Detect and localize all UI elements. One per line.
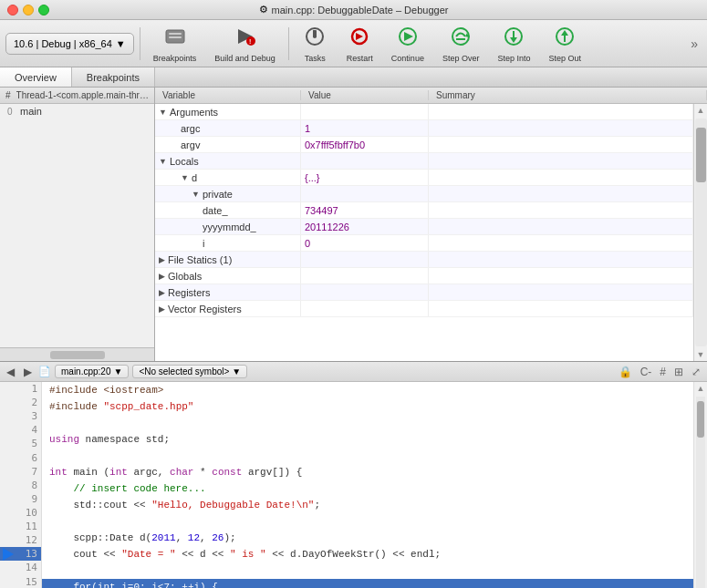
var-row-vectorregs[interactable]: ▶ Vector Registers	[155, 301, 693, 317]
variables-header: Variable Value Summary	[155, 88, 707, 104]
var-row-registers[interactable]: ▶ Registers	[155, 284, 693, 301]
disclosure-globals[interactable]: ▶	[159, 272, 165, 281]
grid-icon[interactable]: ⊞	[671, 365, 686, 379]
var-row-yyyymmdd[interactable]: yyyymmdd_ 20111226	[155, 219, 693, 235]
step-over-icon	[448, 25, 473, 53]
var-sum-locals	[429, 153, 693, 169]
code-line-8: std::cout << "Hello, Debuggable Date!\n"…	[42, 497, 693, 513]
variables-pane: Variable Value Summary ▼ Arguments argc	[155, 88, 707, 361]
code-line-3	[42, 415, 693, 431]
step-over-label: Step Over	[442, 55, 480, 63]
disclosure-d[interactable]: ▼	[181, 173, 189, 182]
breakpoints-icon	[162, 25, 188, 53]
gutter-row-9: 9	[0, 492, 41, 506]
code-line-7: // insert code here...	[42, 480, 693, 497]
gutter-row-8: 8	[0, 479, 41, 492]
var-val-d: {...}	[301, 170, 429, 185]
scrollbar-thumb[interactable]	[696, 128, 706, 182]
expand-icon[interactable]: ⤢	[689, 365, 703, 379]
code-scroll-up-icon[interactable]: ▲	[694, 382, 707, 395]
variables-scrollbar[interactable]: ▲ ▼	[693, 104, 707, 361]
code-line-1: #include <iostream>	[42, 382, 693, 398]
var-row-argv[interactable]: argv 0x7fff5fbff7b0	[155, 137, 693, 153]
gutter-row-13: 13	[0, 547, 41, 561]
minimize-button[interactable]	[23, 5, 34, 15]
var-name-filestatics: File Statics (1)	[168, 254, 232, 265]
thread-scrollbar[interactable]	[0, 347, 154, 361]
linenum-5: 5	[16, 438, 41, 449]
linenum-15: 15	[16, 576, 41, 588]
main-toolbar: 10.6 | Debug | x86_64 ▼ Breakpoints ! Bu…	[0, 20, 707, 67]
build-debug-button[interactable]: ! Build and Debug	[207, 23, 283, 65]
var-row-globals[interactable]: ▶ Globals	[155, 268, 693, 284]
hash-icon[interactable]: #	[657, 365, 669, 379]
linenum-3: 3	[16, 410, 41, 422]
var-row-i[interactable]: i 0	[155, 235, 693, 252]
scroll-down-icon[interactable]: ▼	[695, 348, 707, 361]
disclosure-locals[interactable]: ▼	[159, 157, 167, 166]
scroll-up-icon[interactable]: ▲	[695, 104, 707, 117]
disclosure-registers[interactable]: ▶	[159, 288, 165, 297]
window-controls[interactable]	[7, 5, 49, 15]
var-row-d[interactable]: ▼ d {...}	[155, 170, 693, 186]
file-icon: 📄	[38, 366, 51, 377]
step-out-label: Step Out	[548, 55, 581, 63]
title-bar: ⚙ main.cpp: DebuggableDate – Debugger	[0, 0, 707, 20]
gutter-row-1: 1	[0, 382, 41, 396]
disclosure-vectorregs[interactable]: ▶	[159, 304, 165, 314]
breakpoints-button[interactable]: Breakpoints	[146, 23, 204, 65]
var-row-filestatics[interactable]: ▶ File Statics (1)	[155, 252, 693, 268]
restart-button[interactable]: Restart	[339, 23, 380, 65]
disclosure-arguments[interactable]: ▼	[159, 108, 167, 117]
gutter: 1 2 3 4 5 6 7	[0, 382, 42, 588]
continue-button[interactable]: Continue	[384, 23, 431, 65]
step-over-button[interactable]: Step Over	[435, 23, 487, 65]
scheme-label: 10.6 | Debug | x86_64	[14, 38, 112, 49]
disclosure-filestatics[interactable]: ▶	[159, 255, 165, 264]
scheme-selector[interactable]: 10.6 | Debug | x86_64 ▼	[5, 33, 134, 55]
step-into-button[interactable]: Step Into	[490, 23, 537, 65]
code-toolbar-right: 🔒 C- # ⊞ ⤢	[616, 365, 703, 379]
var-row-date[interactable]: date_ 734497	[155, 202, 693, 219]
linenum-9: 9	[16, 493, 41, 505]
separator-1	[140, 27, 140, 60]
tasks-button[interactable]: Tasks	[295, 23, 336, 65]
thread-num: 0	[7, 107, 16, 117]
linenum-2: 2	[16, 397, 41, 408]
lock-icon[interactable]: 🔒	[616, 365, 635, 379]
thread-item-0[interactable]: 0 main	[0, 104, 154, 119]
var-row-argc[interactable]: argc 1	[155, 120, 693, 137]
build-debug-label: Build and Debug	[214, 55, 276, 63]
thread-list: 0 main	[0, 104, 154, 347]
var-row-arguments[interactable]: ▼ Arguments	[155, 104, 693, 120]
code-scrollbar[interactable]: ▲ ▼	[693, 382, 707, 588]
step-out-icon	[552, 25, 577, 53]
thread-pane-header: # Thread-1-<com.apple.main-thread> ◆	[0, 88, 154, 104]
tasks-label: Tasks	[305, 55, 326, 63]
code-scrollbar-thumb[interactable]	[697, 401, 704, 438]
code-text-area[interactable]: #include <iostream> #include "scpp_date.…	[42, 382, 693, 588]
nav-back-button[interactable]: ◀	[4, 365, 17, 379]
step-out-button[interactable]: Step Out	[541, 23, 588, 65]
file-selector[interactable]: main.cpp:20 ▼	[55, 365, 129, 378]
svg-text:!: !	[249, 38, 251, 45]
var-name-yyyymmdd: yyyymmdd_	[203, 222, 256, 232]
tab-overview[interactable]: Overview	[0, 67, 72, 87]
tasks-icon	[302, 25, 328, 53]
var-val-private	[301, 186, 429, 201]
col-summary: Summary	[429, 90, 707, 100]
symbol-selector[interactable]: <No selected symbol> ▼	[132, 365, 247, 378]
file-label: main.cpp:20	[61, 366, 110, 377]
panel-icon[interactable]: C-	[638, 365, 655, 379]
var-row-locals[interactable]: ▼ Locals	[155, 153, 693, 170]
separator-2	[288, 27, 289, 60]
toolbar-overflow-button[interactable]: »	[687, 33, 702, 55]
disclosure-private[interactable]: ▼	[192, 190, 200, 199]
tab-breakpoints[interactable]: Breakpoints	[72, 67, 155, 87]
var-row-private[interactable]: ▼ private	[155, 186, 693, 202]
nav-fwd-button[interactable]: ▶	[21, 365, 35, 379]
gutter-row-12: 12	[0, 533, 41, 547]
var-val-yyyymmdd: 20111226	[301, 219, 429, 234]
maximize-button[interactable]	[38, 5, 49, 15]
close-button[interactable]	[7, 5, 18, 15]
